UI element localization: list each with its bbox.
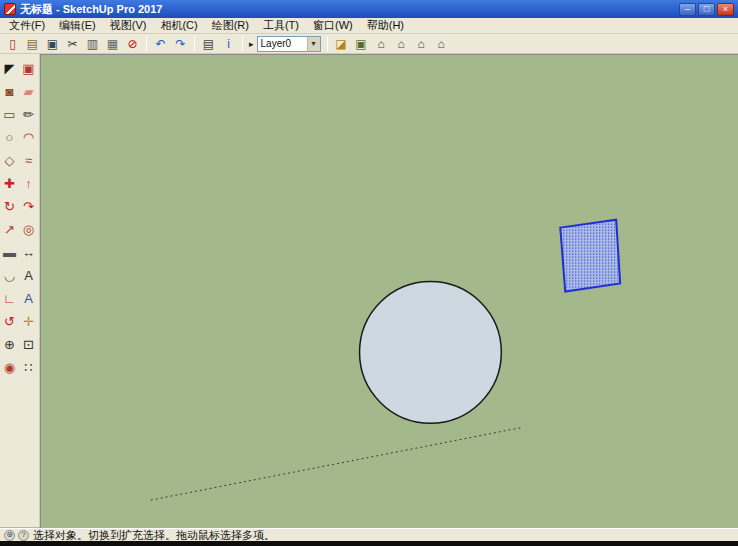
- eraser-icon: ▰: [24, 81, 34, 103]
- menu-help[interactable]: 帮助(H): [360, 18, 411, 34]
- menu-tools[interactable]: 工具(T): [256, 18, 306, 34]
- menu-file[interactable]: 文件(F): [2, 18, 52, 34]
- paint-bucket-icon: ◙: [6, 81, 14, 103]
- menu-view[interactable]: 视图(V): [103, 18, 154, 34]
- tape-measure-tool[interactable]: ▬: [0, 242, 19, 264]
- help-icon[interactable]: ?: [18, 530, 29, 541]
- position-camera-tool[interactable]: ◉: [0, 357, 19, 379]
- top-view-button[interactable]: ▣: [352, 35, 371, 53]
- title-bar[interactable]: 无标题 - SketchUp Pro 2017 – □ ×: [0, 0, 738, 18]
- toolbar-standard-group: ▯▤▣✂▥▦⊘: [3, 35, 142, 53]
- left-view-button[interactable]: ⌂: [432, 35, 451, 53]
- line-icon: ✏: [23, 104, 34, 126]
- walk-icon: ∷: [24, 357, 32, 379]
- pan-tool[interactable]: ✛: [19, 311, 38, 333]
- menu-camera[interactable]: 相机(C): [153, 18, 204, 34]
- front-view-icon: ⌂: [377, 38, 384, 50]
- circle-tool[interactable]: ○: [0, 127, 19, 149]
- model-info-icon: i: [227, 38, 230, 50]
- zoom-extents-tool[interactable]: ⊡: [19, 334, 38, 356]
- make-component-tool[interactable]: ▣: [19, 58, 38, 80]
- cut-button[interactable]: ✂: [63, 35, 82, 53]
- back-view-button[interactable]: ⌂: [412, 35, 431, 53]
- canvas-background[interactable]: [41, 55, 738, 528]
- axes-tool[interactable]: ∟: [0, 288, 19, 310]
- menu-bar: 文件(F)编辑(E)视图(V)相机(C)绘图(R)工具(T)窗口(W)帮助(H): [0, 18, 738, 34]
- push-pull-icon: ↑: [25, 173, 32, 195]
- walk-tool[interactable]: ∷: [19, 357, 38, 379]
- copy-button[interactable]: ▥: [83, 35, 102, 53]
- status-bar: ⊕? 选择对象。切换到扩充选择。拖动鼠标选择多项。: [0, 528, 738, 541]
- geolocation-icon[interactable]: ⊕: [4, 530, 15, 541]
- text-tool[interactable]: A: [19, 265, 38, 287]
- polygon-tool[interactable]: ◇: [0, 150, 19, 172]
- layer-prev-icon[interactable]: ▸: [249, 36, 254, 52]
- paste-button[interactable]: ▦: [103, 35, 122, 53]
- zoom-tool[interactable]: ⊕: [0, 334, 19, 356]
- toolbar-extra-group: ▤i: [199, 35, 238, 53]
- follow-me-tool[interactable]: ↷: [19, 196, 38, 218]
- undo-button[interactable]: ↶: [151, 35, 170, 53]
- protractor-tool[interactable]: ◡: [0, 265, 19, 287]
- follow-me-icon: ↷: [23, 196, 34, 218]
- delete-icon: ⊘: [127, 38, 137, 50]
- redo-button[interactable]: ↷: [171, 35, 190, 53]
- zoom-extents-icon: ⊡: [23, 334, 34, 356]
- front-view-button[interactable]: ⌂: [372, 35, 391, 53]
- text-icon: A: [24, 265, 33, 287]
- layer-dropdown[interactable]: Layer0 ▾: [257, 36, 321, 52]
- close-button[interactable]: ×: [717, 3, 734, 16]
- drawing-canvas[interactable]: [40, 54, 738, 528]
- new-button[interactable]: ▯: [3, 35, 22, 53]
- scale-tool[interactable]: ↗: [0, 219, 19, 241]
- cut-icon: ✂: [67, 38, 77, 50]
- model-info-button[interactable]: i: [219, 35, 238, 53]
- rectangle-tool[interactable]: ▭: [0, 104, 19, 126]
- scale-icon: ↗: [4, 219, 15, 241]
- tape-measure-icon: ▬: [3, 242, 16, 264]
- toolbar-separator: [194, 36, 195, 51]
- make-component-icon: ▣: [22, 58, 34, 80]
- iso-view-button[interactable]: ◪: [332, 35, 351, 53]
- window-controls: – □ ×: [679, 3, 734, 16]
- open-button[interactable]: ▤: [23, 35, 42, 53]
- drawn-circle-face[interactable]: [360, 282, 502, 424]
- print-button[interactable]: ▤: [199, 35, 218, 53]
- move-tool[interactable]: ✚: [0, 173, 19, 195]
- minimize-button[interactable]: –: [679, 3, 696, 16]
- iso-view-icon: ◪: [335, 38, 346, 50]
- freehand-tool[interactable]: ≈: [19, 150, 38, 172]
- select-tool[interactable]: ◤: [0, 58, 19, 80]
- selected-rectangle-face[interactable]: [560, 220, 620, 292]
- menu-draw[interactable]: 绘图(R): [205, 18, 256, 34]
- save-button[interactable]: ▣: [43, 35, 62, 53]
- save-icon: ▣: [47, 38, 58, 50]
- eraser-tool[interactable]: ▰: [19, 81, 38, 103]
- back-view-icon: ⌂: [417, 38, 424, 50]
- open-icon: ▤: [27, 38, 38, 50]
- delete-button[interactable]: ⊘: [123, 35, 142, 53]
- push-pull-tool[interactable]: ↑: [19, 173, 38, 195]
- offset-tool[interactable]: ◎: [19, 219, 38, 241]
- menu-window[interactable]: 窗口(W): [306, 18, 360, 34]
- polygon-icon: ◇: [5, 150, 15, 172]
- toolbar-separator: [146, 36, 147, 51]
- rectangle-icon: ▭: [3, 104, 15, 126]
- 3d-text-tool[interactable]: A: [19, 288, 38, 310]
- arc-tool[interactable]: ◠: [19, 127, 38, 149]
- menu-edit[interactable]: 编辑(E): [52, 18, 103, 34]
- orbit-tool[interactable]: ↺: [0, 311, 19, 333]
- paint-bucket-tool[interactable]: ◙: [0, 81, 19, 103]
- line-tool[interactable]: ✏: [19, 104, 38, 126]
- dimension-tool[interactable]: ↔: [19, 242, 38, 264]
- new-icon: ▯: [9, 38, 16, 50]
- status-message: 选择对象。切换到扩充选择。拖动鼠标选择多项。: [33, 529, 275, 542]
- rotate-tool[interactable]: ↻: [0, 196, 19, 218]
- maximize-button[interactable]: □: [698, 3, 715, 16]
- toolbar-views-group: ◪▣⌂⌂⌂⌂: [332, 35, 451, 53]
- chevron-down-icon[interactable]: ▾: [307, 37, 320, 51]
- protractor-icon: ◡: [4, 265, 15, 287]
- right-view-button[interactable]: ⌂: [392, 35, 411, 53]
- sketchup-window: 无标题 - SketchUp Pro 2017 – □ × 文件(F)编辑(E)…: [0, 0, 738, 546]
- arc-icon: ◠: [23, 127, 34, 149]
